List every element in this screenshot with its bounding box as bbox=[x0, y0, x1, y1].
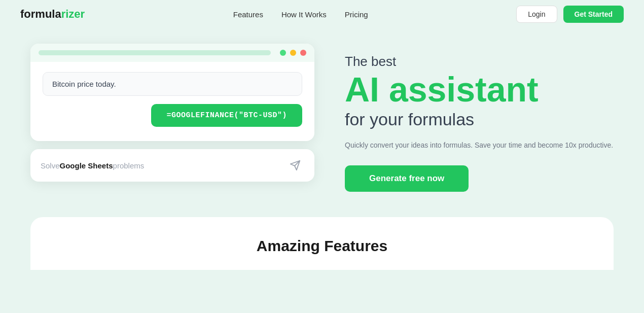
nav-pricing[interactable]: Pricing bbox=[345, 10, 368, 19]
dot-red bbox=[300, 50, 306, 56]
nav-how-it-works[interactable]: How It Works bbox=[281, 10, 327, 19]
logo[interactable]: formularizer bbox=[20, 8, 85, 21]
hero-description: Quickly convert your ideas into formulas… bbox=[345, 140, 614, 151]
search-bar[interactable]: Solve Google Sheets problems bbox=[30, 149, 314, 182]
logo-formula: formula bbox=[20, 8, 61, 21]
hero-title2: for your formulas bbox=[345, 110, 614, 129]
browser-bar bbox=[30, 44, 314, 62]
dot-yellow bbox=[290, 50, 296, 56]
hero-title: AI assistant bbox=[345, 72, 614, 108]
features-title: Amazing Features bbox=[61, 237, 583, 255]
browser-window: Bitcoin price today. =GOOGLEFINANCE("BTC… bbox=[30, 44, 314, 141]
logo-rizer: rizer bbox=[61, 8, 85, 21]
get-started-button[interactable]: Get Started bbox=[563, 6, 624, 23]
nav-links: Features How It Works Pricing bbox=[233, 10, 368, 19]
nav-features[interactable]: Features bbox=[233, 10, 263, 19]
send-button[interactable] bbox=[286, 156, 304, 175]
login-button[interactable]: Login bbox=[516, 6, 557, 23]
hero-demo: Bitcoin price today. =GOOGLEFINANCE("BTC… bbox=[30, 44, 314, 182]
formula-result: =GOOGLEFINANCE("BTC-USD") bbox=[151, 104, 302, 127]
browser-content: Bitcoin price today. =GOOGLEFINANCE("BTC… bbox=[30, 62, 314, 141]
hero-section: Bitcoin price today. =GOOGLEFINANCE("BTC… bbox=[0, 28, 644, 207]
features-section: Amazing Features bbox=[30, 217, 614, 270]
navbar: formularizer Features How It Works Prici… bbox=[0, 0, 644, 28]
hero-copy: The best AI assistant for your formulas … bbox=[345, 44, 614, 192]
demo-input: Bitcoin price today. bbox=[43, 72, 302, 96]
generate-free-button[interactable]: Generate free now bbox=[345, 165, 469, 192]
dot-green bbox=[280, 50, 286, 56]
hero-subtitle: The best bbox=[345, 54, 614, 69]
url-bar bbox=[39, 50, 271, 55]
search-input[interactable] bbox=[41, 161, 280, 170]
nav-actions: Login Get Started bbox=[516, 6, 624, 23]
